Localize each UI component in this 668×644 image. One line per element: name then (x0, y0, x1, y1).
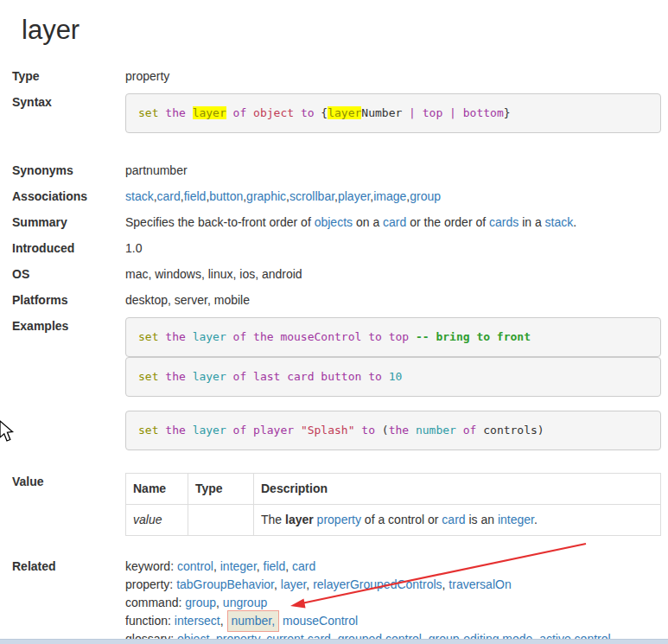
link[interactable]: ungroup (223, 596, 267, 609)
text-token (226, 106, 233, 119)
text-token: to (368, 330, 382, 343)
link[interactable]: image (373, 189, 406, 203)
synonyms-label: Synonyms (12, 162, 125, 179)
text-token: bottom (463, 106, 504, 119)
link[interactable]: scrollbar (289, 189, 334, 203)
value-table-header-name: Name (126, 474, 188, 505)
link[interactable]: control (177, 559, 213, 573)
text-token: function: (125, 614, 175, 628)
text-token: of a control or (361, 513, 442, 526)
text-token (361, 330, 368, 343)
text-token: the (165, 370, 185, 383)
text-token: , (216, 596, 223, 609)
text-token (246, 106, 253, 119)
text-token: of (233, 370, 247, 383)
link[interactable]: field (264, 559, 286, 573)
text-token: of (233, 106, 247, 119)
text-token: layer (193, 330, 226, 343)
summary-label: Summary (12, 214, 125, 231)
type-label: Type (12, 67, 125, 85)
link[interactable]: stack (125, 189, 154, 203)
text-token: set (138, 106, 158, 119)
type-value: property (125, 67, 661, 85)
associations-label: Associations (12, 188, 125, 205)
link[interactable]: property (317, 513, 361, 526)
field-row-introduced: Introduced 1.0 (12, 239, 661, 257)
text-token: top (423, 106, 442, 119)
link[interactable]: card (442, 513, 465, 526)
link[interactable]: stack (545, 215, 574, 229)
summary-text: Specifies the back-to-front order of obj… (125, 214, 661, 231)
viewport-bottom-edge (0, 639, 668, 644)
associations-links: stack,card,field,button,graphic,scrollba… (125, 188, 661, 205)
text-token: , (274, 577, 281, 591)
text-token: object (253, 106, 294, 119)
text-token: the (165, 330, 185, 343)
highlighted-number-link[interactable]: number, (227, 610, 280, 632)
field-row-related: Related keyword: control, integer, field… (12, 558, 661, 644)
syntax-label: Syntax (12, 93, 125, 133)
text-token: 10 (389, 370, 403, 383)
text-token: , (257, 559, 264, 573)
text-token (294, 106, 301, 119)
link[interactable]: intersect (175, 614, 220, 628)
text-token: } (504, 106, 511, 119)
value-table-cell-name: value (126, 505, 188, 536)
value-table-header-description: Description (254, 474, 661, 505)
link[interactable]: relayerGroupedControls (313, 577, 442, 591)
text-token: the (389, 424, 409, 437)
link[interactable]: card (292, 559, 315, 573)
link[interactable]: mouseControl (283, 614, 358, 628)
text-token (456, 424, 463, 437)
link[interactable]: traversalOn (449, 577, 511, 591)
text-token (186, 424, 193, 437)
link[interactable]: objects (315, 215, 353, 229)
text-token (186, 330, 193, 343)
text-token: layer (285, 513, 314, 526)
text-token (382, 330, 389, 343)
related-line-property: property: tabGroupBehavior, layer, relay… (125, 576, 661, 594)
related-line-keyword: keyword: control, integer, field, card (125, 558, 661, 576)
link[interactable]: cards (489, 215, 518, 229)
text-token: The (261, 513, 285, 526)
link[interactable]: group (410, 189, 441, 203)
text-token: button (321, 370, 361, 383)
page-title: layer (12, 0, 661, 48)
text-token (224, 614, 227, 628)
link[interactable]: card (383, 215, 406, 229)
field-row-examples: Examples set the layer of the mouseContr… (12, 317, 661, 464)
text-token (409, 424, 416, 437)
link[interactable]: tabGroupBehavior (176, 577, 274, 591)
text-token: top (389, 330, 409, 343)
link[interactable]: layer (281, 577, 307, 591)
os-label: OS (12, 265, 125, 283)
text-token (246, 330, 253, 343)
platforms-label: Platforms (12, 291, 125, 309)
text-token: , (306, 577, 313, 591)
link[interactable]: group (185, 596, 216, 609)
link[interactable]: button (209, 189, 243, 203)
text-token (246, 424, 253, 437)
link[interactable]: graphic (246, 189, 286, 203)
text-token: in a (518, 215, 544, 229)
text-token (382, 370, 389, 383)
text-token: the (165, 106, 185, 119)
link[interactable]: card (157, 189, 181, 203)
text-token: to (301, 106, 315, 119)
link[interactable]: player (338, 189, 370, 203)
related-label: Related (12, 558, 125, 644)
synonyms-value: partnumber (125, 162, 661, 179)
examples-label: Examples (12, 317, 125, 464)
text-token: last (253, 370, 280, 383)
link[interactable]: integer (220, 559, 257, 573)
text-token: property: (125, 577, 176, 591)
text-token (186, 106, 193, 119)
text-token (226, 330, 233, 343)
text-token: -- bring to front (416, 330, 531, 343)
text-token: of (463, 424, 477, 437)
text-token: on a (353, 215, 383, 229)
link[interactable]: field (184, 189, 207, 203)
field-row-syntax: Syntax set the layer of object to {layer… (12, 93, 661, 133)
link[interactable]: integer (498, 513, 534, 526)
value-label: Value (12, 473, 125, 536)
